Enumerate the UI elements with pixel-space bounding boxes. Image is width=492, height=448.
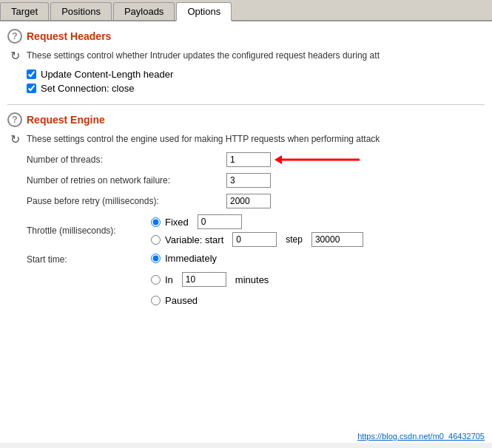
throttle-fixed-option: Fixed [151,214,363,229]
request-headers-title: Request Headers [27,30,111,42]
start-paused-option: Paused [151,295,269,306]
request-headers-section: ? Request Headers ↻ These settings contr… [7,29,485,94]
throttle-variable-radio[interactable] [151,235,161,245]
start-paused-label: Paused [165,295,198,306]
update-content-length-checkbox[interactable] [27,69,36,79]
pause-retry-label: Pause before retry (milliseconds): [27,196,226,206]
start-time-label: Start time: [27,253,151,265]
throttle-label: Throttle (milliseconds): [27,225,151,236]
throttle-step-label: step [286,234,303,245]
request-engine-title: Request Engine [27,114,105,126]
main-content: ? Request Headers ↻ These settings contr… [0,21,492,443]
retries-row: Number of retries on network failure: [27,173,485,188]
start-immediately-option: Immediately [151,253,269,264]
start-time-row: Start time: Immediately In minutes Pause… [27,253,485,310]
start-in-minutes-input[interactable] [182,272,226,287]
start-in-radio[interactable] [151,275,161,285]
start-in-minutes-label: minutes [235,274,269,285]
section-divider [7,104,485,105]
start-immediately-label: Immediately [165,253,217,264]
start-in-option: In minutes [151,272,269,287]
tab-target[interactable]: Target [0,2,49,20]
reload-icon-engine[interactable]: ↻ [7,132,22,146]
throttle-fixed-label: Fixed [165,217,189,228]
request-headers-desc: These settings control whether Intruder … [27,48,485,62]
throttle-variable-start-input[interactable] [232,232,277,247]
checkbox-set-connection: Set Connection: close [27,83,485,94]
checkbox-update-content-length: Update Content-Length header [27,69,485,80]
start-in-label: In [165,274,173,285]
request-headers-header: ? Request Headers [7,29,485,44]
request-engine-desc: These settings control the engine used f… [27,132,485,146]
retries-input[interactable] [226,173,271,188]
red-arrow-annotation [274,151,363,169]
help-icon-headers[interactable]: ? [7,29,22,44]
tab-payloads[interactable]: Payloads [113,2,175,20]
throttle-variable-option: Variable: start step [151,232,363,247]
tab-bar: Target Positions Payloads Options [0,0,492,21]
retries-label: Number of retries on network failure: [27,175,226,186]
start-immediately-radio[interactable] [151,254,161,263]
help-icon-engine[interactable]: ? [7,112,22,127]
request-engine-desc-row: ↻ These settings control the engine used… [7,132,485,146]
threads-label: Number of threads: [27,155,226,165]
svg-marker-1 [274,155,282,164]
start-paused-radio[interactable] [151,296,161,305]
reload-icon-headers[interactable]: ↻ [7,48,22,63]
request-engine-section: ? Request Engine ↻ These settings contro… [7,112,485,310]
throttle-fixed-radio[interactable] [151,217,161,227]
throttle-variable-label: Variable: start [165,234,223,245]
request-engine-header: ? Request Engine [7,112,485,127]
throttle-step-input[interactable] [311,232,363,247]
tab-positions[interactable]: Positions [50,2,112,20]
pause-retry-row: Pause before retry (milliseconds): [27,194,485,208]
tab-options[interactable]: Options [176,2,232,21]
set-connection-label: Set Connection: close [41,83,134,94]
watermark: https://blog.csdn.net/m0_46432705 [357,432,485,441]
request-headers-desc-row: ↻ These settings control whether Intrude… [7,48,485,63]
start-time-options: Immediately In minutes Paused [151,253,269,310]
throttle-row: Throttle (milliseconds): Fixed Variable:… [27,214,485,247]
update-content-length-label: Update Content-Length header [41,69,173,80]
set-connection-checkbox[interactable] [27,84,36,93]
throttle-options: Fixed Variable: start step [151,214,363,247]
throttle-fixed-input[interactable] [198,214,242,229]
threads-row: Number of threads: [27,152,485,167]
threads-input[interactable] [226,152,271,167]
pause-retry-input[interactable] [226,194,271,208]
